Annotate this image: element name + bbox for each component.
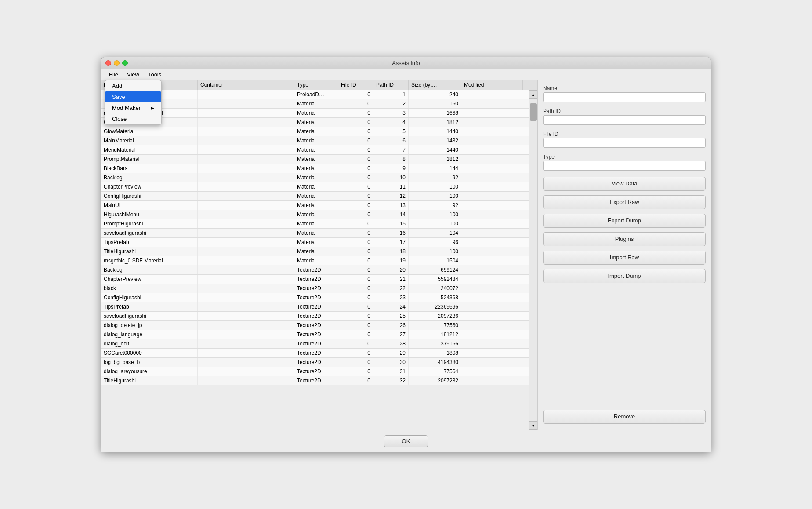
- table-row[interactable]: HigurashiMenu Material 0 14 100: [101, 210, 529, 219]
- cell-container: [198, 376, 294, 385]
- table-row[interactable]: log_bg_base_b Texture2D 0 30 4194380: [101, 358, 529, 367]
- close-button[interactable]: [105, 60, 111, 66]
- maximize-button[interactable]: [122, 60, 128, 66]
- cell-fileid: 0: [338, 164, 373, 173]
- export-dump-button[interactable]: Export Dump: [543, 214, 706, 228]
- cell-type: Texture2D: [294, 367, 338, 376]
- cell-container: [198, 99, 294, 108]
- table-row[interactable]: TitleHigurashi Material 0 18 100: [101, 247, 529, 256]
- scroll-up-arrow[interactable]: ▲: [529, 90, 538, 99]
- cell-pathid: 13: [373, 201, 409, 210]
- cell-container: [198, 182, 294, 191]
- table-row[interactable]: SGCaret000000 Texture2D 0 29 1808: [101, 349, 529, 358]
- ok-button[interactable]: OK: [384, 435, 428, 447]
- table-row[interactable]: dialog_language Texture2D 0 27 181212: [101, 330, 529, 339]
- cell-fileid: 0: [338, 358, 373, 367]
- cell-size: 100: [409, 210, 461, 219]
- cell-container: [198, 256, 294, 265]
- cell-name: log_bg_base_b: [101, 358, 198, 367]
- type-label: Type: [543, 154, 706, 160]
- col-pathid: Path ID: [373, 80, 409, 90]
- cell-name: MenuMaterial: [101, 145, 198, 154]
- cell-fileid: 0: [338, 127, 373, 136]
- cell-type: Material: [294, 109, 338, 117]
- cell-fileid: 0: [338, 275, 373, 284]
- cell-type: Texture2D: [294, 312, 338, 320]
- table-row[interactable]: GlowMaterial Material 0 5 1440: [101, 127, 529, 136]
- table-row[interactable]: dialog_areyousure Texture2D 0 31 77564: [101, 367, 529, 376]
- cell-pathid: 1: [373, 90, 409, 99]
- table-row[interactable]: Backlog Material 0 10 92: [101, 173, 529, 182]
- menu-save[interactable]: Save: [105, 91, 161, 102]
- plugins-button[interactable]: Plugins: [543, 232, 706, 246]
- table-row[interactable]: PromptHigurashi Material 0 15 100: [101, 219, 529, 229]
- import-raw-button[interactable]: Import Raw: [543, 251, 706, 265]
- minimize-button[interactable]: [114, 60, 120, 66]
- scroll-thumb[interactable]: [530, 103, 537, 121]
- table-row[interactable]: Backlog Texture2D 0 20 699124: [101, 265, 529, 275]
- window-title: Assets info: [392, 60, 420, 66]
- table-row[interactable]: PreloadD… 0 1 240: [101, 90, 529, 99]
- cell-modified: [461, 376, 514, 385]
- table-row[interactable]: ChapterPreview Material 0 11 100: [101, 182, 529, 192]
- pathid-label: Path ID: [543, 108, 706, 114]
- table-row[interactable]: BlackBars Material 0 9 144: [101, 164, 529, 173]
- cell-type: Material: [294, 229, 338, 237]
- name-input[interactable]: [543, 92, 706, 102]
- cell-name: TipsPrefab: [101, 302, 198, 311]
- table-row[interactable]: ChapterPreview Texture2D 0 21 5592484: [101, 275, 529, 284]
- table-row[interactable]: ConfigHigurashi Material 0 12 100: [101, 192, 529, 201]
- table-row[interactable]: TipsPrefab Texture2D 0 24 22369696: [101, 302, 529, 312]
- table-body[interactable]: PreloadD… 0 1 240 Material 0 2 160 msgot…: [101, 90, 529, 430]
- menu-add[interactable]: Add: [105, 80, 161, 91]
- import-dump-button[interactable]: Import Dump: [543, 269, 706, 283]
- type-input[interactable]: [543, 161, 706, 171]
- table-row[interactable]: TitleHigurashi Texture2D 0 32 2097232: [101, 376, 529, 385]
- table-row[interactable]: saveloadhigurashi Material 0 16 104: [101, 229, 529, 238]
- footer: OK: [101, 430, 711, 452]
- pathid-input[interactable]: [543, 115, 706, 125]
- table-row[interactable]: dialog_edit Texture2D 0 28 379156: [101, 339, 529, 349]
- table-row[interactable]: ConfigHigurashi Texture2D 0 23 524368: [101, 293, 529, 302]
- fileid-input[interactable]: [543, 138, 706, 148]
- cell-modified: [461, 99, 514, 108]
- table-row[interactable]: TipsPrefab Material 0 17 96: [101, 238, 529, 247]
- table-row[interactable]: saveloadhigurashi Texture2D 0 25 2097236: [101, 312, 529, 321]
- cell-container: [198, 136, 294, 145]
- cell-size: 1432: [409, 136, 461, 145]
- table-row[interactable]: PromptMaterial Material 0 8 1812: [101, 155, 529, 164]
- cell-name: saveloadhigurashi: [101, 312, 198, 320]
- menu-item-tools[interactable]: Tools: [144, 70, 166, 79]
- menu-mod-maker[interactable]: Mod Maker ▶: [105, 102, 161, 113]
- table-row[interactable]: msgothic_0 SDF Material Material 0 19 15…: [101, 256, 529, 265]
- cell-container: [198, 210, 294, 219]
- remove-button[interactable]: Remove: [543, 410, 706, 424]
- scroll-track[interactable]: [529, 99, 537, 421]
- menu-item-view[interactable]: View: [123, 70, 144, 79]
- table-row[interactable]: dialog_delete_jp Texture2D 0 26 77560: [101, 321, 529, 330]
- table-row[interactable]: MenuMaterial Material 0 7 1440: [101, 145, 529, 155]
- scroll-down-arrow[interactable]: ▼: [529, 421, 538, 430]
- cell-pathid: 14: [373, 210, 409, 219]
- view-data-button[interactable]: View Data: [543, 177, 706, 191]
- table-row[interactable]: msgothic_2 SDF Material Material 0 3 166…: [101, 109, 529, 118]
- cell-container: [198, 127, 294, 136]
- table-row[interactable]: MainMaterial Material 0 6 1432: [101, 136, 529, 145]
- cell-pathid: 22: [373, 284, 409, 293]
- table-row[interactable]: ConfigMaterial Material 0 4 1812: [101, 118, 529, 127]
- cell-fileid: 0: [338, 210, 373, 219]
- table-row[interactable]: black Texture2D 0 22 240072: [101, 284, 529, 293]
- menu-item-file[interactable]: File: [105, 70, 123, 79]
- cell-size: 104: [409, 229, 461, 237]
- cell-size: 1504: [409, 256, 461, 265]
- cell-type: PreloadD…: [294, 90, 338, 99]
- table-row[interactable]: Material 0 2 160: [101, 99, 529, 109]
- pathid-field-group: Path ID: [543, 108, 706, 127]
- menu-close[interactable]: Close: [105, 113, 161, 124]
- scrollbar[interactable]: ▲ ▼: [529, 90, 537, 430]
- table-row[interactable]: MainUI Material 0 13 92: [101, 201, 529, 210]
- export-raw-button[interactable]: Export Raw: [543, 195, 706, 209]
- right-panel: Name Path ID File ID Type View Data Expo…: [537, 80, 711, 430]
- col-type: Type: [294, 80, 338, 90]
- cell-type: Material: [294, 182, 338, 191]
